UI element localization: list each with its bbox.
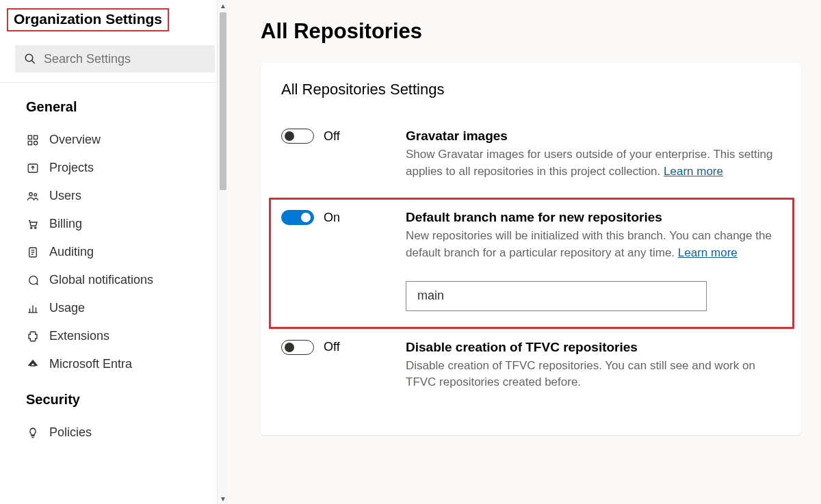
svg-rect-4	[28, 141, 31, 144]
users-icon	[26, 189, 40, 203]
sidebar-title: Organization Settings	[7, 8, 169, 31]
learn-more-link[interactable]: Learn more	[664, 165, 723, 178]
search-icon	[23, 52, 37, 66]
svg-rect-2	[28, 135, 31, 139]
sidebar-item-projects[interactable]: Projects	[0, 154, 227, 182]
toggle-group: Off	[281, 340, 391, 355]
sidebar-item-label: Users	[49, 189, 81, 203]
setting-description: New repositories will be initialized wit…	[406, 228, 781, 261]
sidebar-item-label: Projects	[49, 161, 94, 175]
section-general-label: General	[0, 85, 227, 126]
sidebar: Organization Settings General Overview P…	[0, 0, 228, 504]
sidebar-item-billing[interactable]: Billing	[0, 210, 227, 238]
toggle-tfvc[interactable]	[281, 340, 314, 355]
svg-point-9	[31, 227, 32, 228]
svg-point-5	[34, 141, 38, 144]
sidebar-item-extensions[interactable]: Extensions	[0, 322, 227, 350]
setting-description: Disable creation of TFVC repositories. Y…	[406, 358, 781, 391]
toggle-state-label: Off	[324, 129, 340, 144]
cart-icon	[26, 217, 40, 231]
chart-icon	[26, 302, 40, 315]
toggle-state-label: Off	[324, 340, 340, 354]
upload-box-icon	[26, 161, 40, 175]
divider	[0, 82, 227, 83]
toggle-default-branch[interactable]	[281, 210, 314, 225]
bulb-icon	[26, 426, 40, 440]
learn-more-link[interactable]: Learn more	[678, 246, 738, 259]
setting-title: Default branch name for new repositories	[406, 210, 781, 225]
sidebar-item-label: Overview	[49, 133, 101, 147]
search-wrap	[0, 41, 227, 82]
sidebar-item-label: Billing	[49, 217, 82, 231]
svg-point-7	[29, 192, 33, 196]
comment-icon	[26, 274, 40, 287]
svg-rect-3	[34, 135, 38, 139]
setting-body: Gravatar images Show Gravatar images for…	[406, 129, 781, 180]
sidebar-item-microsoft-entra[interactable]: Microsoft Entra	[0, 350, 227, 378]
document-icon	[26, 246, 40, 259]
sidebar-item-overview[interactable]: Overview	[0, 126, 227, 154]
svg-point-0	[25, 54, 33, 62]
search-input[interactable]	[44, 52, 207, 66]
sidebar-item-usage[interactable]: Usage	[0, 294, 227, 322]
default-branch-input[interactable]	[406, 281, 707, 311]
sidebar-item-auditing[interactable]: Auditing	[0, 238, 227, 266]
svg-point-8	[34, 193, 37, 196]
setting-row-default-branch: On Default branch name for new repositor…	[281, 196, 781, 331]
scroll-thumb[interactable]	[220, 12, 226, 190]
sidebar-item-label: Policies	[49, 425, 92, 440]
toggle-group: Off	[281, 129, 391, 144]
main-content: All Repositories All Repositories Settin…	[228, 0, 821, 504]
sidebar-item-policies[interactable]: Policies	[0, 419, 227, 447]
setting-row-gravatar: Off Gravatar images Show Gravatar images…	[281, 123, 781, 196]
sidebar-item-global-notifications[interactable]: Global notifications	[0, 266, 227, 294]
svg-line-1	[31, 60, 35, 64]
setting-body: Default branch name for new repositories…	[406, 210, 781, 310]
sidebar-header: Organization Settings	[0, 0, 227, 41]
setting-row-tfvc: Off Disable creation of TFVC repositorie…	[281, 332, 781, 408]
setting-desc-text: Disable creation of TFVC repositories. Y…	[406, 359, 755, 389]
sidebar-item-label: Extensions	[49, 329, 109, 343]
sidebar-item-label: Auditing	[49, 245, 94, 259]
sidebar-item-label: Global notifications	[49, 273, 153, 287]
toggle-state-label: On	[324, 211, 340, 225]
scroll-down-icon[interactable]: ▼	[218, 493, 229, 504]
puzzle-icon	[26, 330, 40, 343]
page-title: All Repositories	[261, 19, 821, 44]
scroll-up-icon[interactable]: ▲	[218, 0, 229, 11]
sidebar-item-label: Usage	[49, 301, 85, 315]
card-title: All Repositories Settings	[281, 81, 781, 98]
sidebar-item-label: Microsoft Entra	[49, 357, 132, 371]
settings-card: All Repositories Settings Off Gravatar i…	[261, 63, 801, 435]
sidebar-item-users[interactable]: Users	[0, 182, 227, 210]
entra-icon	[26, 358, 40, 371]
tiles-icon	[26, 133, 40, 147]
search-box[interactable]	[15, 45, 215, 72]
toggle-gravatar[interactable]	[281, 129, 314, 144]
setting-title: Gravatar images	[406, 129, 781, 144]
section-security-label: Security	[0, 378, 227, 419]
setting-description: Show Gravatar images for users outside o…	[406, 146, 781, 180]
setting-title: Disable creation of TFVC repositories	[406, 340, 781, 355]
svg-point-10	[35, 227, 36, 228]
setting-body: Disable creation of TFVC repositories Di…	[406, 340, 781, 391]
toggle-group: On	[281, 210, 391, 225]
scrollbar[interactable]: ▲ ▼	[217, 0, 228, 504]
